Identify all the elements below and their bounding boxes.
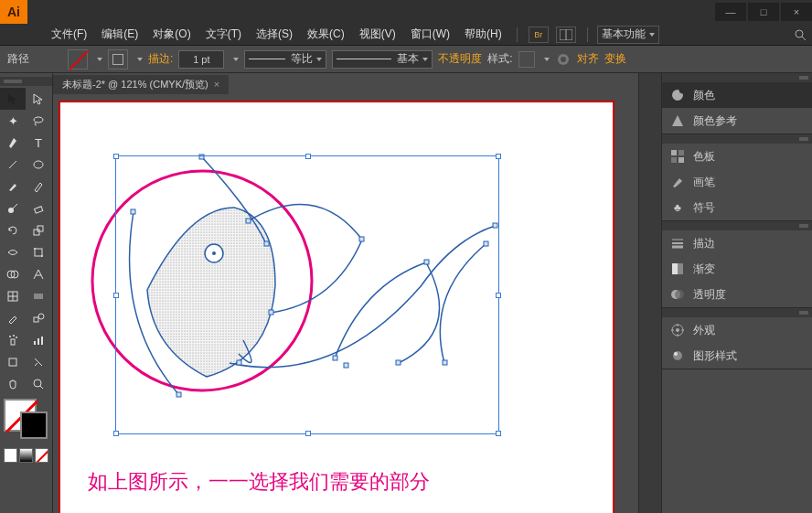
minimize-button[interactable]: —	[715, 3, 746, 21]
panel-appearance[interactable]: 外观	[662, 317, 812, 343]
graph-tool[interactable]	[26, 329, 51, 351]
hand-tool[interactable]	[0, 373, 26, 395]
svg-rect-23	[34, 317, 38, 322]
brush-dropdown[interactable]: 基本	[332, 50, 433, 69]
menu-edit[interactable]: 编辑(E)	[96, 25, 144, 44]
graphic-styles-icon	[669, 347, 686, 364]
bridge-icon[interactable]: Br	[529, 27, 549, 43]
svg-line-3	[802, 37, 806, 40]
panel-symbols[interactable]: ♣符号	[662, 195, 812, 220]
transform-label[interactable]: 变换	[604, 51, 626, 67]
svg-rect-22	[34, 294, 43, 299]
fill-swatch[interactable]	[68, 49, 88, 69]
collapsed-panel-strip[interactable]	[638, 73, 661, 513]
panel-stroke[interactable]: 描边	[662, 230, 812, 256]
artboard[interactable]: 如上图所示，一一选择我们需要的部分	[59, 101, 614, 513]
menu-bar: 文件(F) 编辑(E) 对象(O) 文字(T) 选择(S) 效果(C) 视图(V…	[0, 24, 812, 46]
panel-color-guide[interactable]: 颜色参考	[662, 108, 812, 134]
menu-window[interactable]: 窗口(W)	[405, 25, 455, 44]
menu-file[interactable]: 文件(F)	[46, 25, 92, 44]
svg-rect-30	[37, 338, 39, 345]
brush-tool[interactable]	[0, 176, 26, 198]
menu-object[interactable]: 对象(O)	[147, 25, 196, 44]
stroke-label[interactable]: 描边:	[148, 51, 173, 67]
stroke-swatch[interactable]	[108, 49, 128, 69]
artboard-tool[interactable]	[0, 351, 26, 373]
menu-select[interactable]: 选择(S)	[251, 25, 298, 44]
perspective-grid-tool[interactable]	[26, 263, 51, 285]
panel-color[interactable]: 颜色	[662, 82, 812, 108]
stroke-weight-input[interactable]	[178, 50, 224, 69]
line-tool[interactable]	[0, 154, 26, 176]
search-icon[interactable]	[790, 27, 810, 43]
svg-rect-63	[672, 263, 678, 274]
gradient-icon	[669, 261, 686, 277]
menu-help[interactable]: 帮助(H)	[459, 25, 508, 44]
free-transform-tool[interactable]	[26, 241, 51, 263]
recolor-icon[interactable]	[555, 51, 572, 68]
ellipse-tool[interactable]	[26, 154, 51, 176]
symbol-sprayer-tool[interactable]	[0, 329, 26, 351]
panel-transparency[interactable]: 透明度	[662, 282, 812, 307]
opacity-label[interactable]: 不透明度	[438, 51, 482, 67]
align-label[interactable]: 对齐	[577, 51, 599, 67]
stroke-color-swatch[interactable]	[20, 411, 48, 439]
svg-point-6	[34, 117, 43, 123]
direct-selection-tool[interactable]	[26, 88, 51, 110]
pencil-tool[interactable]	[26, 176, 51, 198]
width-profile-dropdown[interactable]: 等比	[244, 50, 326, 69]
type-tool[interactable]: T	[26, 132, 51, 154]
maximize-button[interactable]: □	[748, 3, 779, 21]
pen-tool[interactable]	[0, 132, 26, 154]
workspace-switcher[interactable]: 基本功能	[597, 26, 659, 44]
rotate-tool[interactable]	[0, 219, 26, 241]
svg-point-67	[676, 328, 679, 332]
menu-effect[interactable]: 效果(C)	[302, 25, 350, 44]
panel-gradient[interactable]: 渐变	[662, 256, 812, 282]
panel-swatches[interactable]: 色板	[662, 144, 812, 169]
menu-view[interactable]: 视图(V)	[354, 25, 401, 44]
blob-brush-tool[interactable]	[0, 198, 26, 219]
mesh-tool[interactable]	[0, 285, 26, 307]
eyedropper-tool[interactable]	[0, 307, 26, 329]
svg-rect-14	[35, 249, 42, 256]
control-bar: 路径 描边: 等比 基本 不透明度 样式: 对齐 变换	[0, 46, 812, 73]
svg-rect-58	[678, 157, 684, 163]
palette-icon	[669, 87, 686, 103]
eraser-tool[interactable]	[26, 198, 51, 219]
selection-bounding-box[interactable]	[115, 155, 499, 434]
selection-tool[interactable]	[0, 88, 26, 110]
document-area: 未标题-2* @ 121% (CMYK/预览) ×	[53, 73, 638, 513]
arrange-docs-icon[interactable]	[556, 27, 576, 43]
svg-point-33	[34, 379, 41, 387]
color-mode-gradient[interactable]	[19, 448, 33, 463]
panel-brushes[interactable]: 画笔	[662, 169, 812, 195]
lasso-tool[interactable]	[26, 110, 51, 132]
svg-point-72	[673, 351, 682, 360]
document-tab[interactable]: 未标题-2* @ 121% (CMYK/预览) ×	[53, 75, 229, 94]
style-label: 样式:	[487, 51, 512, 67]
menu-type[interactable]: 文字(T)	[200, 25, 247, 44]
style-swatch[interactable]	[518, 51, 535, 68]
magic-wand-tool[interactable]: ✦	[0, 110, 26, 132]
panel-graphic-styles[interactable]: 图形样式	[662, 343, 812, 369]
scale-tool[interactable]	[26, 219, 51, 241]
zoom-tool[interactable]	[26, 373, 51, 395]
width-tool[interactable]	[0, 241, 26, 263]
color-mode-solid[interactable]	[4, 448, 17, 463]
document-tab-bar: 未标题-2* @ 121% (CMYK/预览) ×	[53, 73, 638, 95]
slice-tool[interactable]	[26, 351, 51, 373]
color-mode-none[interactable]	[35, 448, 48, 463]
swatches-icon	[669, 148, 686, 165]
close-tab-icon[interactable]: ×	[214, 79, 219, 90]
close-button[interactable]: ×	[781, 3, 812, 21]
svg-rect-29	[34, 341, 36, 345]
svg-point-65	[675, 290, 684, 299]
blend-tool[interactable]	[26, 307, 51, 329]
shape-builder-tool[interactable]	[0, 263, 26, 285]
svg-rect-25	[11, 339, 15, 345]
svg-line-34	[40, 386, 43, 389]
gradient-tool[interactable]	[26, 285, 51, 307]
svg-rect-32	[9, 358, 16, 366]
transparency-icon	[669, 286, 686, 303]
